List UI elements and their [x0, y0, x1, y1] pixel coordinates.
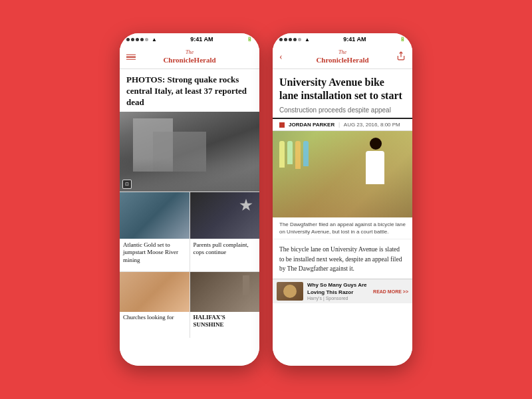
byline-accent: [279, 122, 285, 128]
status-time: 9:41 AM: [190, 36, 213, 43]
signal-dot: [293, 38, 297, 41]
battery-level-icon: 🔋: [247, 37, 253, 42]
byline-separator: |: [338, 122, 340, 128]
status-icons: 🔋: [247, 37, 253, 42]
status-bar-1: ▲ 9:41 AM 🔋: [120, 33, 259, 45]
police-badge-icon: [239, 199, 253, 212]
story-grid-1: Atlantic Gold set to jumpstart Moose Riv…: [120, 192, 259, 271]
rubble-overlay: [120, 158, 259, 192]
grid-caption-4: HALIFAX'S SUNSHINE: [190, 312, 260, 331]
article-content: University Avenue bike lane installation…: [273, 69, 412, 366]
back-button[interactable]: ‹: [279, 52, 283, 63]
image-caption-icon: ⊡: [122, 180, 132, 189]
bottle: [287, 141, 293, 164]
bottle: [279, 141, 285, 168]
wifi-icon: ▲: [152, 37, 157, 43]
grid-cell-2[interactable]: Parents pull complaint, cops continue: [190, 192, 260, 271]
signal-dot: [126, 38, 130, 41]
person-head: [370, 138, 382, 150]
logo-the-2: The: [316, 50, 368, 56]
phone1-content: PHOTOS: Strong quake rocks central Italy…: [120, 69, 259, 366]
grid-cell-3[interactable]: Churches looking for: [120, 272, 190, 338]
signal-dot: [284, 38, 287, 41]
headline-bold: PHOTOS:: [126, 74, 165, 84]
signal-dot: [289, 38, 292, 41]
status-bar-2: ▲ 9:41 AM 🔋: [273, 33, 412, 45]
signal-dot: [140, 38, 144, 41]
app-logo: The ChronicleHerald: [163, 50, 215, 64]
signal-dot: [131, 38, 134, 41]
police-image: [190, 192, 260, 239]
aerial-bg: [120, 192, 190, 239]
hamburger-line: [126, 57, 136, 58]
bottle: [303, 141, 309, 166]
grid-cell-1[interactable]: Atlantic Gold set to jumpstart Moose Riv…: [120, 192, 190, 271]
police-bg: [190, 192, 260, 239]
grid-caption-3: Churches looking for: [120, 312, 190, 324]
status-time-2: 9:41 AM: [343, 36, 366, 43]
app-header-2: ‹ The ChronicleHerald: [273, 45, 412, 69]
ad-sponsor: Harry's | Sponsored: [307, 296, 369, 301]
signal-dot: [136, 38, 139, 41]
church-image: [190, 272, 260, 312]
signal-dot: [298, 38, 301, 41]
phone-1: ▲ 9:41 AM 🔋 The ChronicleHerald PHOTOS: …: [120, 33, 259, 366]
byline-author: JORDAN PARKER: [289, 122, 334, 128]
logo-name: ChronicleHerald: [163, 56, 215, 64]
signal-bars: ▲: [126, 37, 157, 43]
article-subtitle: Construction proceeds despite appeal: [273, 105, 412, 118]
caption-bold: HALIFAX'S SUNSHINE: [194, 314, 225, 329]
article-byline: JORDAN PARKER | AUG 23, 2016, 8:00 PM: [273, 118, 412, 131]
signal-dot: [145, 38, 148, 41]
app-header-1: The ChronicleHerald: [120, 45, 259, 69]
article-body: The bicycle lane on University Avenue is…: [273, 239, 412, 279]
article-headline: University Avenue bike lane installation…: [273, 69, 412, 105]
story-grid-2: Churches looking for HALIFAX'S SUNSHINE: [120, 271, 259, 338]
woman-image: [120, 272, 190, 312]
hamburger-line: [126, 54, 136, 55]
ad-cta-button[interactable]: READ MORE >>: [373, 289, 408, 294]
grid-cell-4[interactable]: HALIFAX'S SUNSHINE: [190, 272, 260, 338]
main-story-image[interactable]: ⊡: [120, 112, 259, 192]
hamburger-line: [126, 59, 136, 60]
main-headline[interactable]: PHOTOS: Strong quake rocks central Italy…: [120, 69, 259, 112]
phone-2: ▲ 9:41 AM 🔋 ‹ The ChronicleHerald Univer…: [273, 33, 412, 366]
share-button[interactable]: [396, 51, 406, 63]
article-hero-image: [273, 131, 412, 217]
byline-date: AUG 23, 2016, 8:00 PM: [344, 122, 400, 128]
person-silhouette: [366, 138, 386, 191]
ad-banner[interactable]: Why So Many Guys Are Loving This Razor H…: [273, 279, 412, 303]
ad-image: [277, 282, 303, 301]
person-body: [366, 151, 384, 184]
app-logo-2: The ChronicleHerald: [316, 50, 368, 64]
signal-dot: [279, 38, 283, 41]
logo-name-2: ChronicleHerald: [316, 56, 368, 64]
ad-title: Why So Many Guys Are Loving This Razor: [307, 282, 369, 296]
ad-text-content: Why So Many Guys Are Loving This Razor H…: [307, 282, 369, 301]
status-icons-2: 🔋: [400, 37, 406, 42]
grid-caption-1: Atlantic Gold set to jumpstart Moose Riv…: [120, 239, 190, 267]
article-image-caption: The Dawgfather filed an appeal against a…: [273, 217, 412, 239]
bottle-group: [279, 141, 309, 169]
signal-bars-2: ▲: [279, 37, 310, 43]
logo-the: The: [163, 50, 215, 56]
grid-caption-2: Parents pull complaint, cops continue: [190, 239, 260, 259]
ad-image-circle: [283, 285, 297, 298]
battery-icon-2: 🔋: [400, 37, 406, 42]
camera-icon: ⊡: [125, 182, 129, 187]
church-tower-icon: [243, 275, 249, 295]
menu-icon[interactable]: [126, 54, 136, 60]
wifi-icon-2: ▲: [305, 37, 310, 43]
bottle: [295, 141, 301, 169]
aerial-image: [120, 192, 190, 239]
